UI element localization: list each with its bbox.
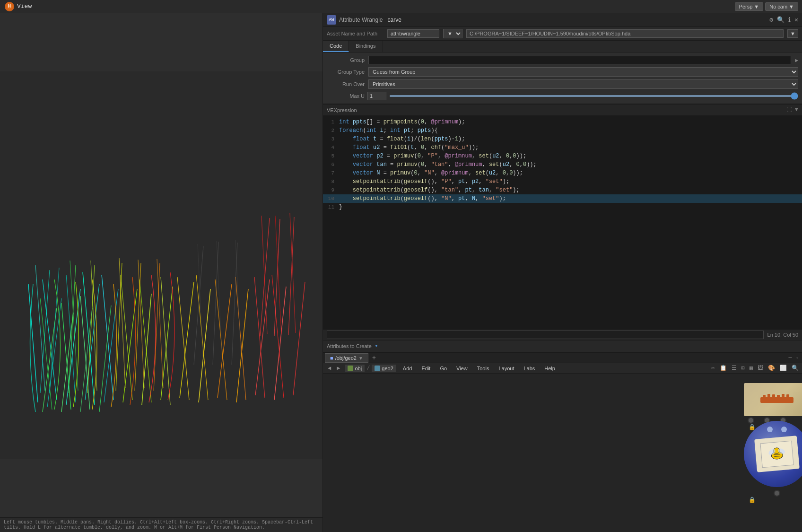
menu-labs[interactable]: Labs [519,364,540,373]
net-close-icon[interactable]: ▫ [795,354,800,362]
carve-lock-icon: 🔒 [749,497,802,504]
net-tool-grid[interactable]: ⊞ [740,364,746,373]
net-tool-list[interactable]: ☰ [730,364,738,373]
carve-connector-1[interactable] [774,490,780,497]
vex-expand-icon[interactable]: ⛶ [786,106,792,113]
menu-layout[interactable]: Layout [494,364,519,373]
breadcrumb: obj / geo2 [343,364,398,373]
svg-rect-62 [763,395,766,400]
code-line-1: 1 int ppts[] = primpoints(0, @primnum); [323,118,802,126]
svg-rect-65 [777,395,780,400]
code-line-6: 6 vector tan = primuv(0, "tan", @primnum… [323,160,802,169]
status-input[interactable] [327,331,764,339]
attr-dot-icon: • [375,342,378,350]
group-row: Group ▶ [323,54,802,66]
persp-dropdown[interactable]: Persp ▼ [735,2,764,11]
svg-rect-64 [772,394,775,400]
group-label: Group [327,57,365,63]
asset-dropdown[interactable]: ▼ [443,29,462,38]
code-line-8: 8 setpointattrib(geoself(), "P", pt, p2,… [323,177,802,186]
run-over-label: Run Over [327,81,365,87]
menu-view[interactable]: View [452,364,472,373]
net-tool-search[interactable]: 🔍 [790,364,800,373]
group-arrow-icon[interactable]: ▶ [795,57,798,63]
menu-tools[interactable]: Tools [472,364,494,373]
code-line-11: 11 } [323,203,802,211]
network-menu-row: ◀ ▶ obj / geo2 Add Edit Go [323,363,802,374]
breadcrumb-obj[interactable]: obj [345,365,365,372]
run-over-row: Run Over Primitives [323,78,802,90]
carve-dot-1 [767,427,773,432]
viewport-footer: Left mouse tumbles. Middle pans. Right d… [0,517,323,532]
close-icon[interactable]: ✕ [794,16,798,24]
net-tool-img2[interactable]: 🎨 [767,364,776,373]
status-bar: Ln 10, Col 50 [323,329,802,340]
viewport-help-text: Left mouse tumbles. Middle pans. Right d… [4,520,313,530]
viewport-panel: Left mouse tumbles. Middle pans. Right d… [0,13,323,532]
cam-dropdown[interactable]: No cam ▼ [765,2,798,11]
top-bar-right: Persp ▼ No cam ▼ [731,2,802,11]
net-tool-cut[interactable]: ✂ [710,364,716,373]
carve-inner-image [754,436,800,472]
vex-header: VEXpression ⛶ ▼ [323,104,802,116]
menu-go[interactable]: Go [435,364,452,373]
run-over-select[interactable]: Primitives [368,79,798,89]
asset-row: Asset Name and Path ▼ ▼ [323,27,802,41]
asset-label: Asset Name and Path [327,31,384,36]
carve-dots [767,427,787,432]
group-type-select[interactable]: Guess from Group [368,67,798,77]
nav-forward-icon[interactable]: ▶ [334,363,343,373]
tab-geo-icon: ■ [330,355,333,361]
breadcrumb-geo2[interactable]: geo2 [372,365,396,372]
net-menu-items: Add Edit Go View Tools Layout Labs Help [398,364,560,373]
aw-title-label: Attribute Wrangle [339,17,383,23]
code-line-5: 5 vector p2 = primuv(0, "P", @primnum, s… [323,152,802,160]
group-input[interactable] [368,56,791,64]
net-menu-right: ✂ 📋 ☰ ⊞ ▦ 🖼 🎨 ⬜ 🔍 [710,364,800,373]
menu-edit[interactable]: Edit [417,364,435,373]
attr-create-row: Attributes to Create • [323,340,802,352]
code-line-2: 2 foreach(int i; int pt; ppts){ [323,126,802,135]
net-tool-table[interactable]: ▦ [748,364,754,373]
aw-header-icons: ⚙ 🔍 ℹ ✕ [769,16,798,24]
net-minimize-icon[interactable]: ─ [788,354,793,362]
breadcrumb-geo-label: geo2 [382,366,393,371]
group-type-row: Group Type Guess from Group [323,66,802,78]
right-panel: AW Attribute Wrangle carve ⚙ 🔍 ℹ ✕ Asset… [323,13,802,532]
tab-geo-label: /obj/geo2 [335,355,357,361]
network-tab-geo2[interactable]: ■ /obj/geo2 ▼ [325,353,368,363]
code-editor[interactable]: 1 int ppts[] = primpoints(0, @primnum); … [323,116,802,329]
net-tool-img1[interactable]: 🖼 [756,364,765,373]
code-line-7: 7 vector N = primuv(0, "N", @primnum, se… [323,169,802,177]
tab-bindings[interactable]: Bindings [349,41,383,52]
net-tool-copy[interactable]: 📋 [718,364,728,373]
menu-add[interactable]: Add [398,364,417,373]
max-u-slider[interactable] [389,95,798,97]
asset-path-btn[interactable]: ▼ [787,29,798,38]
carve-node[interactable]: 🔒 [744,421,802,504]
form-section: Group ▶ Group Type Guess from Group Run … [323,52,802,104]
search-icon[interactable]: 🔍 [777,16,785,24]
info-icon[interactable]: ℹ [788,16,791,24]
add-tab-button[interactable]: + [370,354,378,362]
menu-help[interactable]: Help [540,364,560,373]
max-u-input[interactable] [367,92,386,100]
tab-code[interactable]: Code [323,41,349,52]
asset-name-input[interactable] [387,29,439,38]
carve-circle [744,421,802,487]
vex-settings-icon[interactable]: ▼ [795,106,798,113]
guideprocess1-thumbnail [744,383,802,416]
vex-icons: ⛶ ▼ [786,106,798,113]
net-tool-img3[interactable]: ⬜ [778,364,788,373]
tab-close-icon[interactable]: ▼ [358,356,363,361]
carve-dot-2 [781,427,787,432]
asset-path-input[interactable] [466,29,784,38]
svg-rect-63 [767,394,770,400]
code-line-3: 3 float t = float(i)/(len(ppts)-1); [323,135,802,143]
code-line-4: 4 float u2 = fit01(t, 0, chf("max_u")); [323,143,802,152]
nav-back-icon[interactable]: ◀ [325,363,334,373]
network-canvas[interactable]: 🔒 guideprocess1 Geometry [323,374,802,532]
settings-icon[interactable]: ⚙ [769,16,773,24]
viewport-canvas[interactable] [0,13,323,517]
svg-rect-67 [786,394,789,400]
